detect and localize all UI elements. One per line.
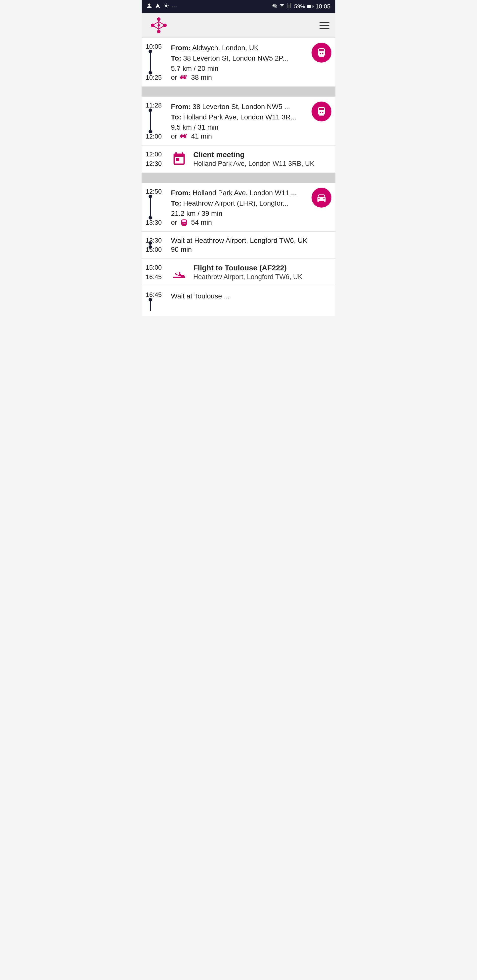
trip3-alt: or 54 min	[171, 218, 309, 226]
trip2-time-start: 11:28	[145, 102, 162, 109]
svg-rect-9	[307, 5, 311, 8]
trip2-content: From: 38 Leverton St, London NW5 ... To:…	[168, 102, 311, 140]
trip1-line	[150, 52, 151, 73]
trip3-dot-bottom	[148, 216, 152, 220]
trip3-time-start: 12:50	[145, 188, 162, 196]
trip1-to: To: 38 Leverton St, London NW5 2P...	[171, 53, 309, 64]
train-icon-2	[316, 106, 327, 117]
trip-item-4[interactable]: 16:45 Wait at Toulouse ...	[142, 286, 335, 316]
trip3-mode-icon[interactable]	[311, 188, 332, 208]
event-item-1[interactable]: 12:00 12:30 Client meeting Holland Park …	[142, 145, 335, 173]
flight1-icon-col	[168, 264, 190, 281]
wait1-content: Wait at Heathrow Airport, Longford TW6, …	[168, 237, 332, 253]
trip2-distance: 9.5 km / 31 min	[171, 123, 309, 131]
wait-item-1: 13:30 15:00 Wait at Heathrow Airport, Lo…	[142, 232, 335, 259]
trip1-dot-top	[148, 50, 152, 53]
status-right-icons: 59% 10:05	[272, 3, 330, 10]
flight1-content: Flight to Toulouse (AF222) Heathrow Airp…	[190, 264, 332, 281]
event1-content: Client meeting Holland Park Ave, London …	[190, 151, 332, 168]
app-header	[142, 13, 335, 38]
logo-svg	[148, 17, 170, 34]
flight1-times: 15:00 16:45	[145, 264, 168, 281]
flight1-location: Heathrow Airport, Longford TW6, UK	[193, 273, 329, 281]
train-icon	[316, 47, 327, 58]
status-bar: ··· 59% 10:05	[142, 0, 335, 13]
trip1-mode-icon[interactable]	[311, 43, 332, 62]
svg-point-16	[157, 30, 161, 33]
car-icon	[180, 74, 188, 81]
event1-times: 12:00 12:30	[145, 151, 168, 168]
trip-item-3[interactable]: 12:50 13:30 From: Holland Park Ave, Lond…	[142, 183, 335, 232]
trip1-time-end: 10:25	[145, 74, 162, 81]
trip2-times: 11:28 12:00	[145, 102, 168, 140]
event1-icon-col	[168, 151, 190, 168]
trip3-time-end: 13:30	[145, 219, 162, 226]
trip2-dot-bottom	[148, 130, 152, 133]
trip1-alt: or 38 min	[171, 73, 309, 81]
flight-item-1[interactable]: 15:00 16:45 Flight to Toulouse (AF222) H…	[142, 259, 335, 286]
trip1-distance: 5.7 km / 20 min	[171, 65, 309, 73]
trip4-times: 16:45	[145, 291, 168, 311]
svg-point-19	[158, 24, 160, 27]
trip1-from: From: Aldwych, London, UK	[171, 43, 309, 53]
trip1-dot-bottom	[148, 71, 152, 75]
trip3-dot-top	[148, 195, 152, 198]
trip3-line	[150, 197, 151, 218]
svg-point-18	[163, 24, 167, 27]
trip2-dot-top	[148, 108, 152, 112]
svg-point-15	[157, 18, 161, 21]
event1-time-start: 12:00	[145, 151, 168, 158]
trip2-line	[150, 110, 151, 131]
trip3-distance: 21.2 km / 39 min	[171, 210, 309, 218]
trip4-content: Wait at Toulouse ...	[168, 291, 332, 311]
separator-1	[142, 87, 335, 97]
svg-rect-8	[313, 6, 314, 7]
nav-icon	[155, 3, 161, 10]
separator-2	[142, 173, 335, 183]
trip1-content: From: Aldwych, London, UK To: 38 Leverto…	[168, 43, 311, 81]
flight1-time-end: 16:45	[145, 273, 168, 281]
event1-title: Client meeting	[193, 151, 329, 159]
trip2-to: To: Holland Park Ave, London W11 3R...	[171, 112, 309, 123]
trip1-times: 10:05 10:25	[145, 43, 168, 81]
hamburger-menu-button[interactable]	[319, 22, 329, 29]
weather-icon	[163, 3, 169, 10]
event1-time-end: 12:30	[145, 160, 168, 168]
person-icon	[147, 3, 152, 10]
trip4-time-start: 16:45	[145, 291, 162, 299]
trip2-alt: or 41 min	[171, 132, 309, 140]
trip-item-1[interactable]: 10:05 10:25 From: Aldwych, London, UK To…	[142, 38, 335, 87]
svg-point-17	[151, 24, 154, 27]
trip3-content: From: Holland Park Ave, London W11 ... T…	[168, 188, 311, 226]
flight1-time-start: 15:00	[145, 264, 168, 271]
car-icon-2	[180, 133, 188, 140]
car-icon-circle	[316, 192, 327, 203]
more-icon: ···	[172, 4, 178, 10]
svg-point-0	[165, 5, 167, 7]
wait1-duration: 90 min	[171, 245, 329, 253]
timeline-container: 10:05 10:25 From: Aldwych, London, UK To…	[142, 38, 335, 316]
event1-location: Holland Park Ave, London W11 3RB, UK	[193, 160, 329, 168]
train-icon-inline	[180, 219, 188, 226]
calendar-icon	[172, 152, 187, 167]
status-time: 10:05	[316, 3, 330, 10]
signal-icon	[287, 3, 292, 10]
status-left-icons: ···	[147, 3, 178, 10]
mute-icon	[272, 3, 277, 10]
trip3-to: To: Heathrow Airport (LHR), Longfor...	[171, 198, 309, 208]
trip3-from: From: Holland Park Ave, London W11 ...	[171, 188, 309, 198]
wifi-icon	[279, 3, 285, 10]
battery-icon	[307, 3, 314, 10]
trip3-times: 12:50 13:30	[145, 188, 168, 226]
svg-line-3	[164, 4, 165, 4]
flight1-title: Flight to Toulouse (AF222)	[193, 264, 329, 272]
trip2-mode-icon[interactable]	[311, 102, 332, 121]
app-logo	[148, 17, 170, 34]
trip-item-2[interactable]: 11:28 12:00 From: 38 Leverton St, London…	[142, 97, 335, 145]
trip2-time-end: 12:00	[145, 133, 162, 140]
airplane-takeoff-icon	[172, 265, 187, 280]
trip2-from: From: 38 Leverton St, London NW5 ...	[171, 102, 309, 112]
wait1-text: Wait at Heathrow Airport, Longford TW6, …	[171, 237, 329, 245]
battery-percent: 59%	[294, 3, 305, 10]
wait1-times: 13:30 15:00	[145, 237, 168, 253]
